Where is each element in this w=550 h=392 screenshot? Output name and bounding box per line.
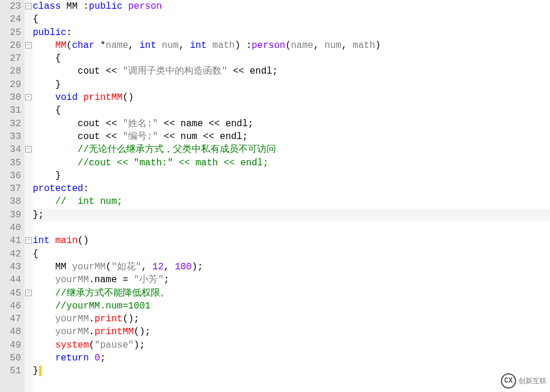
token-ident bbox=[78, 92, 84, 103]
token-ident: MM bbox=[33, 262, 72, 272]
token-ident: . bbox=[89, 327, 95, 337]
fold-toggle-icon[interactable]: − bbox=[25, 94, 32, 100]
line-number: 43 bbox=[0, 261, 22, 273]
code-line[interactable]: return 0; bbox=[33, 352, 550, 365]
token-kw-blue: protected bbox=[33, 183, 83, 194]
token-ident: cout << bbox=[33, 131, 123, 142]
code-line[interactable]: yourMM.print(); bbox=[33, 313, 550, 325]
token-comment: //继承方式不能降低权限。 bbox=[55, 288, 169, 299]
code-line[interactable]: void printMM() bbox=[33, 91, 550, 104]
token-gray: yourMM bbox=[72, 262, 106, 272]
token-ident bbox=[33, 301, 55, 311]
token-ident: () bbox=[123, 92, 134, 103]
watermark-logo-icon: CX bbox=[501, 373, 516, 388]
line-number: 28 bbox=[0, 65, 22, 78]
token-ident: ) : bbox=[235, 40, 252, 51]
line-number: 45 bbox=[0, 287, 22, 300]
token-kw-blue: public bbox=[89, 1, 123, 12]
token-ident: } bbox=[33, 79, 61, 90]
token-kw-purple: 100 bbox=[175, 262, 192, 272]
token-fn-red: main bbox=[55, 235, 77, 246]
code-editor[interactable]: 2324252627282930313233343536373839404142… bbox=[0, 0, 550, 392]
fold-toggle-icon[interactable]: − bbox=[25, 290, 32, 296]
code-line[interactable]: { bbox=[33, 13, 550, 26]
token-gray: name bbox=[291, 40, 313, 51]
code-line[interactable]: { bbox=[33, 104, 550, 117]
token-ident: cout << bbox=[33, 66, 123, 77]
code-line[interactable]: //无论什么继承方式，父类中私有成员不可访问 bbox=[33, 143, 550, 156]
code-line[interactable]: //继承方式不能降低权限。 bbox=[33, 287, 550, 300]
token-ident bbox=[33, 314, 55, 324]
code-line[interactable] bbox=[33, 221, 550, 234]
code-line[interactable]: } bbox=[33, 78, 550, 91]
code-area[interactable]: class MM :public person{public: MM(char … bbox=[33, 0, 550, 392]
code-line[interactable]: public: bbox=[33, 26, 550, 39]
code-line[interactable]: // int num; bbox=[33, 195, 550, 208]
code-line[interactable]: MM(char *name, int num, int math) :perso… bbox=[33, 39, 550, 52]
line-number: 47 bbox=[0, 313, 22, 325]
code-line[interactable]: cout << "姓名:" << name << endl; bbox=[33, 117, 550, 130]
token-kw-purple: 12 bbox=[153, 262, 164, 272]
token-ident bbox=[33, 275, 55, 285]
code-line[interactable]: } bbox=[33, 169, 550, 182]
token-comment: // int num; bbox=[55, 196, 122, 207]
token-str: "pause" bbox=[95, 340, 134, 351]
token-ident: ) bbox=[375, 40, 381, 51]
token-kw-blue: int bbox=[139, 40, 156, 51]
token-str: "小芳" bbox=[134, 275, 164, 285]
code-line[interactable]: //cout << "math:" << math << endl; bbox=[33, 157, 550, 169]
code-line[interactable]: yourMM.printMM(); bbox=[33, 325, 550, 338]
code-line[interactable]: yourMM.name = "小芳"; bbox=[33, 273, 550, 286]
code-line[interactable]: MM yourMM("如花", 12, 100); bbox=[33, 261, 550, 273]
code-line[interactable]: system("pause"); bbox=[33, 339, 550, 352]
token-kw-blue: int bbox=[190, 40, 207, 51]
code-line[interactable]: } bbox=[33, 365, 550, 377]
fold-column[interactable]: −−−−−− bbox=[25, 0, 33, 392]
token-comment: //无论什么继承方式，父类中私有成员不可访问 bbox=[78, 144, 276, 155]
line-number: 29 bbox=[0, 78, 22, 91]
token-kw-blue: class bbox=[33, 1, 61, 12]
token-gray: yourMM bbox=[55, 275, 89, 285]
code-line[interactable]: }; bbox=[33, 209, 550, 221]
code-line[interactable]: class MM :public person bbox=[33, 0, 550, 13]
token-str: "调用子类中的构造函数" bbox=[123, 66, 227, 77]
code-line[interactable]: int main() bbox=[33, 234, 550, 247]
line-number: 38 bbox=[0, 195, 22, 208]
line-number: 39 bbox=[0, 209, 22, 221]
token-gray: math bbox=[212, 40, 234, 51]
token-ident: << num << endl; bbox=[158, 131, 248, 142]
code-line[interactable]: cout << "编号:" << num << endl; bbox=[33, 130, 550, 143]
token-gray: num bbox=[324, 40, 341, 51]
token-ident: ; bbox=[100, 353, 106, 363]
code-line[interactable]: { bbox=[33, 52, 550, 65]
line-number-gutter: 2324252627282930313233343536373839404142… bbox=[0, 0, 25, 392]
fold-toggle-icon[interactable]: − bbox=[25, 3, 32, 9]
token-ident: (); bbox=[123, 314, 140, 324]
line-number: 32 bbox=[0, 117, 22, 130]
token-ident: (); bbox=[134, 327, 151, 337]
token-gray: yourMM bbox=[55, 327, 89, 337]
token-kw-blue: void bbox=[55, 92, 77, 103]
fold-toggle-icon[interactable]: − bbox=[25, 146, 32, 152]
token-ident bbox=[33, 327, 55, 337]
token-ident: } bbox=[33, 171, 61, 181]
code-line[interactable]: protected: bbox=[33, 182, 550, 195]
line-number: 46 bbox=[0, 300, 22, 313]
code-line[interactable]: //yourMM.num=1001 bbox=[33, 300, 550, 313]
fold-toggle-icon[interactable]: − bbox=[25, 237, 32, 244]
token-fn-red: printMM bbox=[83, 92, 122, 103]
token-kw-blue: public bbox=[33, 27, 67, 38]
token-kw-blue: int bbox=[33, 235, 50, 246]
token-ident bbox=[33, 340, 55, 351]
token-ident bbox=[89, 353, 95, 363]
line-number: 30 bbox=[0, 91, 22, 104]
line-number: 31 bbox=[0, 104, 22, 117]
token-ident bbox=[123, 1, 129, 12]
token-ident: MM bbox=[61, 1, 83, 12]
fold-toggle-icon[interactable]: − bbox=[25, 42, 32, 48]
token-ident: , bbox=[141, 262, 153, 272]
code-line[interactable]: cout << "调用子类中的构造函数" << endl; bbox=[33, 65, 550, 78]
cursor-icon bbox=[39, 366, 41, 376]
token-ident: () bbox=[78, 235, 89, 246]
code-line[interactable]: { bbox=[33, 248, 550, 261]
